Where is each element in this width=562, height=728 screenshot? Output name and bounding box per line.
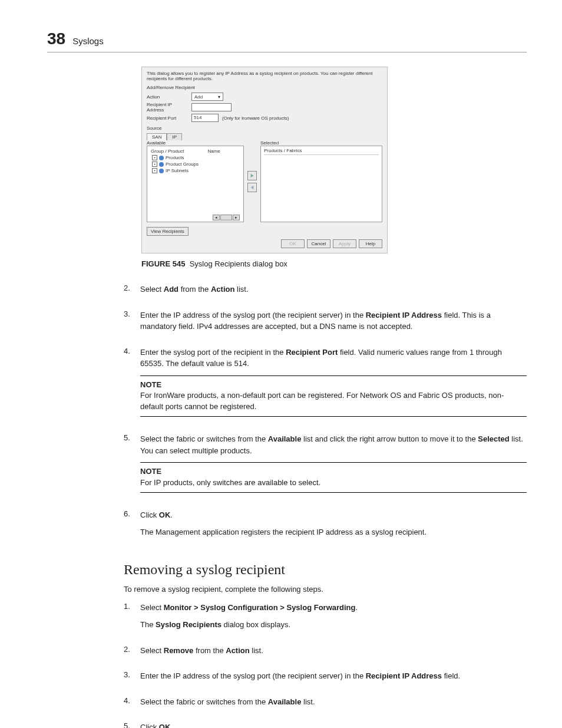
folder-icon — [159, 156, 164, 160]
label-source: Source — [147, 126, 382, 131]
figure-label: FIGURE 545 — [141, 259, 185, 268]
arrow-left-icon — [250, 185, 254, 190]
main-content: 2. Select Add from the Action list. 3. E… — [124, 284, 527, 728]
page-title: Syslogs — [72, 36, 104, 46]
label-recipient-ip: Recipient IP Address — [147, 102, 188, 113]
ok-button[interactable]: OK — [281, 239, 305, 248]
page-header: 38 Syslogs — [47, 29, 527, 52]
source-tabs: SAN IP — [147, 133, 382, 140]
tree-item-products[interactable]: + Products — [152, 155, 240, 160]
step-number: 5. — [124, 722, 140, 728]
step-6: 6. Click OK. The Management application … — [124, 509, 527, 544]
selected-panel: Products / Fabrics — [260, 146, 382, 222]
help-button[interactable]: Help — [359, 239, 382, 248]
tree-label: IP Subnets — [166, 168, 189, 173]
folder-icon — [159, 169, 164, 173]
note-block: NOTE For IronWare products, a non-defaul… — [140, 375, 527, 417]
tab-ip[interactable]: IP — [167, 133, 182, 140]
sec2-step-3: 3. Enter the IP address of the syslog po… — [124, 670, 527, 688]
available-col-name: Name — [207, 149, 220, 154]
section2-lead: To remove a syslog recipient, complete t… — [124, 585, 527, 594]
note-text: For IronWare products, a non-default por… — [140, 391, 504, 411]
step-number: 5. — [124, 433, 140, 501]
scroll-thumb[interactable] — [220, 215, 232, 220]
step-number: 2. — [124, 284, 140, 301]
sec2-step-1: 1. Select Monitor > Syslog Configuration… — [124, 602, 527, 637]
figure-caption-text: Syslog Recipients dialog box — [190, 259, 287, 268]
mover-buttons — [247, 140, 257, 222]
tree-item-product-groups[interactable]: + Product Groups — [152, 162, 240, 167]
section-add-remove-recipient: Add/Remove Recipient — [147, 85, 382, 90]
step-3: 3. Enter the IP address of the syslog po… — [124, 309, 527, 338]
move-right-button[interactable] — [247, 171, 257, 180]
note-text: For IP products, only switches are avail… — [140, 478, 320, 487]
selected-title: Selected — [260, 140, 382, 146]
scroll-left-icon[interactable]: ◂ — [213, 215, 220, 220]
tree-label: Products — [166, 155, 184, 160]
expand-icon[interactable]: + — [152, 155, 157, 160]
cancel-button[interactable]: Cancel — [307, 239, 330, 248]
tab-san[interactable]: SAN — [147, 133, 167, 140]
step-4: 4. Enter the syslog port of the recipien… — [124, 347, 527, 426]
folder-icon — [159, 162, 164, 167]
label-recipient-port: Recipient Port — [147, 116, 188, 121]
label-action: Action — [147, 94, 188, 100]
note-title: NOTE — [140, 466, 527, 477]
view-recipients-button[interactable]: View Recipients — [147, 227, 189, 236]
sec2-step-5: 5. Click OK. — [124, 722, 527, 728]
arrow-right-icon — [250, 173, 254, 178]
dialog-intro-text: This dialog allows you to register any I… — [147, 71, 382, 81]
step-2: 2. Select Add from the Action list. — [124, 284, 527, 301]
step-number: 3. — [124, 309, 140, 338]
available-title: Available — [147, 140, 244, 146]
action-select-value: Add — [194, 94, 203, 100]
sec2-step-4: 4. Select the fabric or switches from th… — [124, 696, 527, 714]
chevron-down-icon: ▾ — [218, 94, 220, 100]
scroll-right-icon[interactable]: ▸ — [233, 215, 240, 220]
port-note: (Only for Ironware OS products) — [222, 116, 289, 121]
page-number: 38 — [47, 29, 65, 48]
note-block: NOTE For IP products, only switches are … — [140, 462, 527, 493]
sec2-step-2: 2. Select Remove from the Action list. — [124, 645, 527, 663]
available-panel: Group / Product Name + Products + Produc… — [147, 146, 244, 222]
step-6-result: The Management application registers the… — [140, 526, 527, 538]
figure-caption: FIGURE 545 Syslog Recipients dialog box — [141, 259, 527, 268]
move-left-button[interactable] — [247, 183, 257, 192]
recipient-ip-input[interactable] — [191, 103, 232, 111]
action-select[interactable]: Add ▾ — [191, 93, 223, 101]
note-title: NOTE — [140, 380, 527, 391]
step-number: 3. — [124, 670, 140, 688]
dialog-syslog-recipients: This dialog allows you to register any I… — [141, 67, 388, 253]
step-number: 2. — [124, 645, 140, 663]
step-number: 1. — [124, 602, 140, 637]
step-number: 4. — [124, 696, 140, 714]
apply-button[interactable]: Apply — [333, 239, 356, 248]
selected-col-products: Products / Fabrics — [264, 148, 379, 155]
available-col-group: Group / Product — [151, 149, 184, 154]
expand-icon[interactable]: + — [152, 168, 157, 173]
horizontal-scrollbar[interactable]: ◂ ▸ — [213, 215, 240, 220]
tree-item-ip-subnets[interactable]: + IP Subnets — [152, 168, 240, 173]
step-number: 4. — [124, 347, 140, 426]
step-5: 5. Select the fabric or switches from th… — [124, 433, 527, 501]
step-number: 6. — [124, 509, 140, 544]
heading-removing-syslog-recipient: Removing a syslog recipient — [124, 562, 527, 578]
expand-icon[interactable]: + — [152, 162, 157, 167]
tree-label: Product Groups — [166, 162, 199, 167]
recipient-port-input[interactable]: 514 — [191, 114, 219, 122]
